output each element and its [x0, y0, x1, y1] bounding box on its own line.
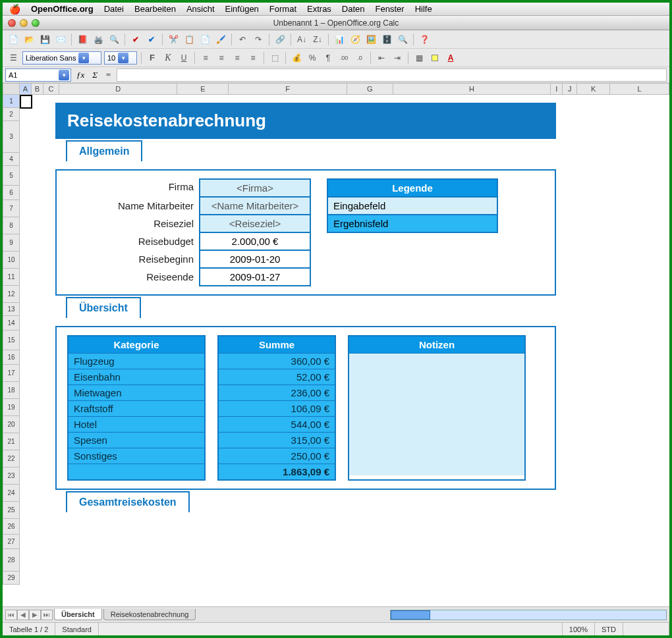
borders-icon[interactable]: ▦ — [412, 51, 426, 65]
print-preview-icon[interactable]: 🔍 — [107, 33, 121, 46]
select-all-corner[interactable] — [3, 83, 20, 95]
menu-help[interactable]: Hilfe — [415, 4, 432, 14]
chevron-down-icon[interactable]: ▾ — [59, 70, 69, 80]
general-value[interactable]: <Name Mitarbeiter> — [199, 198, 311, 215]
row-header[interactable]: 8 — [3, 217, 20, 234]
name-box[interactable]: A1 ▾ — [5, 68, 71, 82]
col-header-J[interactable]: J — [563, 83, 577, 95]
spreadsheet-grid[interactable]: ABCDEFGHIJKL 123456789101112131415161718… — [3, 83, 669, 606]
row-header[interactable]: 1 — [3, 95, 20, 108]
align-left-icon[interactable]: ≡ — [199, 51, 212, 65]
tab-next-icon[interactable]: ▶ — [29, 610, 41, 620]
fontcolor-icon[interactable]: A — [444, 51, 457, 65]
italic-button[interactable]: K — [161, 51, 175, 65]
redo-icon[interactable]: ↷ — [252, 33, 265, 46]
row-header[interactable]: 6 — [3, 186, 20, 200]
chart-icon[interactable]: 📊 — [333, 33, 346, 46]
col-header-G[interactable]: G — [347, 83, 393, 95]
row-header[interactable]: 17 — [3, 365, 20, 382]
add-decimal-icon[interactable]: .00 — [337, 51, 350, 65]
row-header[interactable]: 4 — [3, 153, 20, 166]
align-right-icon[interactable]: ≡ — [231, 51, 244, 65]
export-pdf-icon[interactable]: 📕 — [76, 33, 89, 46]
open-icon[interactable]: 📂 — [22, 33, 36, 46]
styles-icon[interactable]: ☰ — [7, 51, 20, 65]
status-zoom[interactable]: 100% — [563, 623, 595, 635]
row-header[interactable]: 24 — [3, 485, 20, 502]
increase-indent-icon[interactable]: ⇥ — [391, 51, 404, 65]
row-header[interactable]: 20 — [3, 416, 20, 433]
remove-decimal-icon[interactable]: .0 — [353, 51, 366, 65]
row-header[interactable]: 25 — [3, 502, 20, 519]
col-header-E[interactable]: E — [177, 83, 229, 95]
navigator-icon[interactable]: 🧭 — [349, 33, 362, 46]
new-doc-icon[interactable]: 📄 — [7, 33, 20, 46]
equals-icon[interactable]: = — [103, 70, 114, 80]
percent-icon[interactable]: % — [306, 51, 319, 65]
currency-icon[interactable]: 💰 — [290, 51, 303, 65]
font-name-combo[interactable]: Liberation Sans ▾ — [22, 51, 101, 65]
menu-format[interactable]: Format — [269, 4, 296, 14]
gallery-icon[interactable]: 🖼️ — [364, 33, 378, 46]
font-size-combo[interactable]: 10 ▾ — [104, 51, 137, 65]
bold-button[interactable]: F — [146, 51, 159, 65]
overview-notes-field[interactable] — [349, 353, 524, 475]
sum-icon[interactable]: Σ — [90, 70, 100, 80]
bgcolor-icon[interactable] — [428, 51, 441, 65]
copy-icon[interactable]: 📋 — [182, 33, 196, 46]
row-header[interactable]: 18 — [3, 382, 20, 399]
menu-edit[interactable]: Bearbeiten — [134, 4, 176, 14]
print-icon[interactable]: 🖨️ — [92, 33, 105, 46]
row-header[interactable]: 13 — [3, 303, 20, 316]
chevron-down-icon[interactable]: ▾ — [78, 53, 89, 63]
general-value[interactable]: <Reiseziel> — [199, 215, 311, 233]
menu-insert[interactable]: Einfügen — [225, 4, 259, 14]
mail-icon[interactable]: ✉️ — [54, 33, 67, 46]
hyperlink-icon[interactable]: 🔗 — [273, 33, 287, 46]
sheet-tab-active[interactable]: Übersicht — [54, 609, 102, 620]
sort-asc-icon[interactable]: A↓ — [295, 33, 308, 46]
paste-icon[interactable]: 📄 — [198, 33, 211, 46]
formula-input[interactable] — [117, 68, 667, 82]
row-header[interactable]: 12 — [3, 286, 20, 303]
row-header[interactable]: 2 — [3, 108, 20, 121]
apple-icon[interactable]: 🍎 — [9, 4, 20, 14]
col-header-B[interactable]: B — [32, 83, 43, 95]
tab-last-icon[interactable]: ⏭ — [41, 610, 53, 620]
col-header-D[interactable]: D — [59, 83, 178, 95]
row-header[interactable]: 16 — [3, 350, 20, 365]
row-header[interactable]: 7 — [3, 200, 20, 217]
row-header[interactable]: 9 — [3, 234, 20, 252]
row-header[interactable]: 23 — [3, 467, 20, 485]
horizontal-scrollbar[interactable] — [390, 610, 667, 620]
row-header[interactable]: 15 — [3, 331, 20, 350]
spellcheck-icon[interactable]: ✔ — [129, 33, 142, 46]
function-wizard-icon[interactable]: ƒx — [74, 70, 87, 80]
col-header-I[interactable]: I — [551, 83, 563, 95]
col-header-L[interactable]: L — [610, 83, 669, 95]
help-icon[interactable]: ❓ — [418, 33, 431, 46]
col-header-K[interactable]: K — [577, 83, 610, 95]
sheet-tab-inactive[interactable]: Reisekostenabrechnung — [103, 609, 196, 620]
row-header[interactable]: 26 — [3, 519, 20, 535]
merge-cells-icon[interactable]: ⬚ — [268, 51, 281, 65]
row-header[interactable]: 19 — [3, 399, 20, 416]
save-icon[interactable]: 💾 — [38, 33, 51, 46]
sort-desc-icon[interactable]: Z↓ — [311, 33, 324, 46]
menu-view[interactable]: Ansicht — [186, 4, 215, 14]
tab-first-icon[interactable]: ⏮ — [5, 610, 17, 620]
col-header-A[interactable]: A — [20, 83, 32, 95]
col-header-H[interactable]: H — [393, 83, 551, 95]
cut-icon[interactable]: ✂️ — [167, 33, 180, 46]
row-header[interactable]: 10 — [3, 252, 20, 269]
menu-data[interactable]: Daten — [342, 4, 365, 14]
row-header[interactable]: 28 — [3, 549, 20, 572]
number-std-icon[interactable]: ¶ — [322, 51, 335, 65]
row-header[interactable]: 11 — [3, 269, 20, 286]
autospell-icon[interactable]: ✔ — [145, 33, 158, 46]
row-header[interactable]: 22 — [3, 450, 20, 467]
decrease-indent-icon[interactable]: ⇤ — [375, 51, 388, 65]
datasources-icon[interactable]: 🗄️ — [380, 33, 393, 46]
underline-button[interactable]: U — [177, 51, 190, 65]
undo-icon[interactable]: ↶ — [236, 33, 249, 46]
